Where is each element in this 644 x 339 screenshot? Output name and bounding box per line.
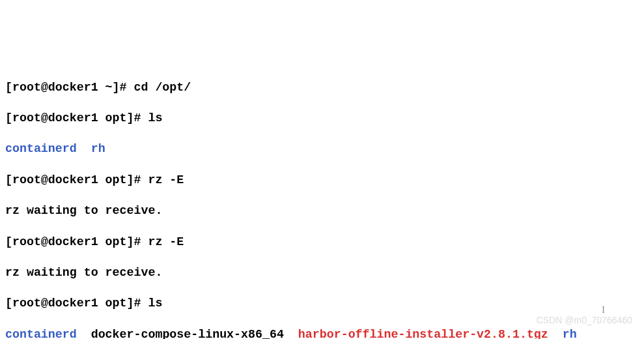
file-entry: docker-compose-linux-x86_64 [91, 328, 284, 339]
shell-prompt: [root@docker1 opt]# [5, 173, 148, 186]
terminal-line: [root@docker1 opt]# rz -E [5, 235, 639, 250]
dir-entry: containerd [5, 142, 77, 155]
dir-entry: rh [91, 142, 105, 155]
shell-prompt: [root@docker1 ~]# [5, 81, 133, 94]
terminal-output[interactable]: [root@docker1 ~]# cd /opt/ [root@docker1… [5, 65, 639, 339]
space [548, 328, 563, 339]
archive-entry: harbor-offline-installer-v2.8.1.tgz [298, 328, 548, 339]
space [77, 142, 91, 155]
terminal-line: rz waiting to receive. [5, 203, 639, 219]
terminal-line: rz waiting to receive. [5, 265, 639, 281]
terminal-line: [root@docker1 ~]# cd /opt/ [5, 80, 639, 96]
shell-prompt: [root@docker1 opt]# [5, 297, 148, 310]
dir-entry: containerd [5, 328, 77, 339]
terminal-line: [root@docker1 opt]# ls [5, 296, 639, 312]
output-text: rz waiting to receive. [5, 204, 162, 217]
command-text: rz -E [148, 173, 184, 186]
terminal-line: containerd rh [5, 141, 639, 157]
terminal-line: [root@docker1 opt]# ls [5, 111, 639, 126]
command-text: ls [148, 297, 162, 310]
output-text: rz waiting to receive. [5, 266, 162, 279]
shell-prompt: [root@docker1 opt]# [5, 235, 148, 248]
command-text: ls [148, 111, 162, 125]
command-text: rz -E [148, 235, 184, 248]
dir-entry: rh [563, 328, 577, 339]
space [284, 328, 298, 339]
space [77, 328, 91, 339]
command-text: cd /opt/ [133, 81, 191, 94]
terminal-line: containerd docker-compose-linux-x86_64 h… [5, 327, 639, 339]
shell-prompt: [root@docker1 opt]# [5, 111, 148, 125]
terminal-line: [root@docker1 opt]# rz -E [5, 173, 639, 188]
